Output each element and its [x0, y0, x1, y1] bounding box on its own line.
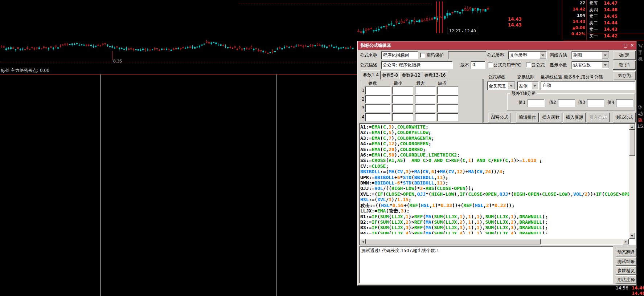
- password-input[interactable]: [448, 51, 486, 59]
- code-line: UPR:=BBIBOLL+6*STD(BBIBOLL,11);: [360, 175, 629, 180]
- app-screen: 8.35 标创 主力绝密买点: 0.00 12.27 - 12.40 14.43…: [0, 0, 644, 296]
- cancel-button[interactable]: 取 消: [613, 61, 636, 70]
- import-formula-button[interactable]: 引入公式: [587, 113, 610, 122]
- code-line: B1:=IF(SUM(LLJX,1)>REF(MA(SUM(LLJX,1),1)…: [360, 214, 629, 219]
- chevron-down-icon[interactable]: [532, 82, 538, 89]
- code-line: LLJX:=EMA(攻击,3);: [360, 208, 629, 214]
- v2-input[interactable]: [558, 99, 575, 107]
- param-input-r2c2[interactable]: [392, 95, 413, 104]
- code-line: CV:=CLOSE;: [360, 163, 629, 169]
- dialog-titlebar[interactable]: 指标公式编辑器 □ ✕: [358, 41, 636, 50]
- scroll-down-icon[interactable]: ▼: [629, 233, 635, 239]
- sidebar-char: 版: [637, 117, 644, 123]
- insert-function-button[interactable]: 插入函数: [540, 113, 562, 122]
- name-input[interactable]: 程序化指标创: [381, 51, 418, 59]
- maximize-icon[interactable]: □: [623, 43, 628, 48]
- decimal-value: 缺省位数: [573, 62, 591, 68]
- code-line: B3:=IF(SUM(LLJX,3)>REF(MA(SUM(LLJX,3),1)…: [360, 225, 629, 230]
- scroll-right-icon[interactable]: ►: [623, 239, 629, 244]
- cloud-checkbox[interactable]: [526, 62, 531, 68]
- param-input-r3c4[interactable]: [437, 104, 458, 112]
- sidebar-char: 体: [637, 104, 644, 110]
- dynamic-translate-button[interactable]: 动态翻译: [616, 248, 636, 256]
- code-line: QJJ:=VOL/((HIGH-LOW)*2-ABS(CLOSE-OPEN));: [360, 186, 629, 191]
- param-input-r4c3[interactable]: [415, 113, 436, 121]
- panel-divider: [586, 0, 587, 40]
- close-icon[interactable]: ✕: [629, 43, 635, 48]
- v1-input[interactable]: [528, 99, 545, 107]
- test-formula-button[interactable]: 测试公式: [613, 113, 636, 122]
- save-as-button[interactable]: 另存为: [613, 71, 636, 80]
- dialog-title: 指标公式编辑器: [361, 43, 391, 48]
- type-label: 公式类型: [487, 53, 504, 58]
- scroll-up-icon[interactable]: ▲: [629, 124, 635, 130]
- param-input-r4c4[interactable]: [437, 113, 458, 121]
- type-value: 其他类型: [510, 52, 527, 58]
- tab-2[interactable]: 参数5-8: [380, 71, 400, 80]
- chevron-down-icon[interactable]: [540, 52, 546, 58]
- scroll-left-icon[interactable]: ◄: [360, 239, 366, 244]
- chevron-down-icon[interactable]: [508, 82, 514, 89]
- param-input-r4c2[interactable]: [392, 113, 413, 121]
- param-input-r1c4[interactable]: [437, 86, 458, 95]
- drawmethod-label: 画线方法: [550, 53, 567, 58]
- extra-yaxis-label: 额外Y轴分界: [510, 90, 537, 97]
- v1-label: 值1: [518, 100, 526, 105]
- param-input-r3c2[interactable]: [392, 104, 413, 112]
- status-text: 测试通过! 代码长度:1507,输出线个数:1: [361, 248, 439, 253]
- formula-code-editor[interactable]: A1:=EMA(C,3),COLORWHITE;A2:=EMA(C,5),COL…: [359, 123, 636, 245]
- param-input-r1c3[interactable]: [415, 86, 436, 95]
- version-input[interactable]: 0: [471, 61, 485, 69]
- grid-dotted-line-top: [239, 3, 432, 3]
- tab-4[interactable]: 参数13-16: [422, 71, 448, 80]
- param-input-r1c2[interactable]: [392, 86, 413, 95]
- sidebar-time: 15:: [637, 123, 644, 129]
- tag-dropdown[interactable]: 金叉死叉: [487, 81, 515, 90]
- param-input-r2c4[interactable]: [437, 95, 458, 104]
- ai-write-button[interactable]: AI写公式: [488, 113, 511, 122]
- desc-input[interactable]: 公众号: 程序化指标: [381, 61, 453, 69]
- pc-only-checkbox[interactable]: [488, 62, 493, 68]
- tab-1[interactable]: 参数1-4: [361, 70, 381, 80]
- usage-note-button[interactable]: 用法注释: [616, 275, 636, 284]
- code-line: XVL:=(IF(CLOSE>OPEN,QJJ*(HIGH-LOW),IF(CL…: [360, 191, 629, 197]
- chevron-down-icon[interactable]: [602, 52, 608, 58]
- code-line: DWN:=BBIBOLL-6*STD(BBIBOLL,11);: [360, 180, 629, 186]
- param-wizard-button[interactable]: 参数精灵: [616, 266, 636, 275]
- coordline-label: 坐标线位置,最多6个,用分号分隔: [541, 74, 603, 80]
- param-input-r3c1[interactable]: [365, 104, 391, 112]
- insert-resource-button[interactable]: 插入资源: [563, 113, 586, 122]
- password-label: 密码保护: [426, 53, 444, 58]
- code-line: HSL:=(XVL/3)/1.15;: [360, 197, 629, 202]
- param-input-r4c1[interactable]: [365, 113, 391, 121]
- param-col-header: 最小: [394, 81, 402, 86]
- coordline-input[interactable]: 自动: [541, 81, 635, 90]
- hscroll-thumb[interactable]: [366, 239, 541, 244]
- param-row-number: 2: [362, 97, 365, 102]
- edit-ops-button[interactable]: 编辑操作: [516, 113, 539, 122]
- vertical-scrollbar[interactable]: ▲ ▼: [629, 124, 635, 239]
- param-input-r3c3[interactable]: [415, 104, 436, 112]
- drawmethod-dropdown[interactable]: 副图: [571, 51, 609, 59]
- param-input-r2c1[interactable]: [365, 95, 391, 104]
- v4-input[interactable]: [616, 99, 633, 107]
- code-text[interactable]: A1:=EMA(C,3),COLORWHITE;A2:=EMA(C,5),COL…: [360, 124, 629, 234]
- clock-label: 14:56: [616, 285, 628, 291]
- chevron-down-icon[interactable]: [602, 62, 608, 68]
- code-line: B2:=IF(SUM(LLJX,2)>REF(MA(SUM(LLJX,2),1)…: [360, 219, 629, 225]
- quote-panel-bottom-line: [563, 40, 644, 40]
- rule-dropdown[interactable]: 左侧: [517, 81, 539, 90]
- decimal-dropdown[interactable]: 缺省位数: [571, 61, 609, 69]
- param-input-r1c1[interactable]: [365, 86, 391, 95]
- ok-button[interactable]: 确 定: [613, 51, 636, 60]
- drawmethod-value: 副图: [573, 52, 582, 58]
- vscroll-thumb[interactable]: [629, 130, 635, 156]
- v3-input[interactable]: [587, 99, 604, 107]
- tab-3[interactable]: 参数9-12: [399, 71, 423, 80]
- type-dropdown[interactable]: 其他类型: [508, 51, 547, 59]
- test-result-button[interactable]: 测试结果: [616, 257, 636, 266]
- horizontal-scrollbar[interactable]: ◄ ►: [360, 239, 629, 244]
- param-input-r2c3[interactable]: [415, 95, 436, 104]
- price-info-value: ▲0.06: [563, 25, 585, 32]
- password-checkbox[interactable]: [420, 53, 425, 58]
